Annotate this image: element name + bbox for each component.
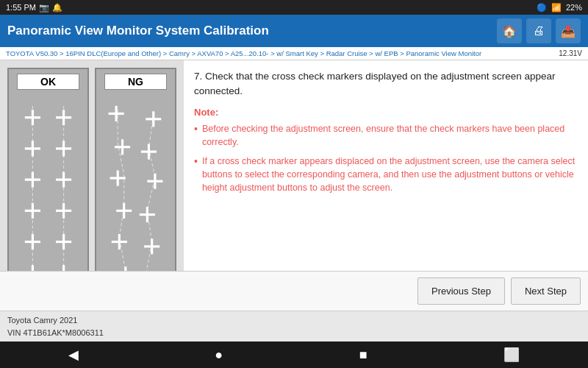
breadcrumb: TOYOTA V50.30 > 16PIN DLC(Europe and Oth…	[0, 47, 588, 60]
vehicle-model: Toyota Camry 2021	[7, 314, 581, 327]
note-label: Note:	[194, 107, 578, 118]
breadcrumb-version: 12.31V	[559, 49, 582, 57]
breadcrumb-text: TOYOTA V50.30 > 16PIN DLC(Europe and Oth…	[6, 49, 481, 57]
back-nav-button[interactable]: ◀	[54, 344, 93, 366]
bullet-icon-2: •	[194, 155, 198, 167]
note-item-1: • Before checking the adjustment screen,…	[194, 122, 578, 149]
info-bar: Toyota Camry 2021 VIN 4T1B61AK*M8006311	[0, 311, 588, 342]
app-header: Panoramic View Monitor System Calibratio…	[0, 15, 588, 47]
note-item-2: • If a cross check marker appears displa…	[194, 155, 578, 194]
app-title: Panoramic View Monitor System Calibratio…	[7, 24, 269, 38]
diagram-panel: OK	[0, 60, 184, 271]
ng-diagram: NG	[95, 68, 176, 271]
ok-label: OK	[17, 74, 80, 90]
header-icons: 🏠 🖨 📤	[497, 18, 581, 43]
next-step-button[interactable]: Next Step	[511, 277, 581, 305]
previous-step-button[interactable]: Previous Step	[417, 277, 505, 305]
status-bar-left: 1:55 PM 📷 🔔	[6, 3, 62, 13]
step-number: 7.	[194, 71, 202, 82]
main-content: OK	[0, 60, 588, 271]
ng-diagram-svg	[101, 94, 171, 271]
bluetooth-icon: 🔵	[537, 3, 547, 13]
status-bar-right: 🔵 📶 22%	[537, 3, 582, 13]
text-panel: 7. Check that the cross check markers di…	[184, 60, 588, 271]
notification-icon: 🔔	[52, 3, 62, 13]
ng-label: NG	[104, 74, 168, 90]
note-text-2: If a cross check marker appears displace…	[202, 155, 578, 194]
screen-nav-button[interactable]: ⬜	[489, 344, 534, 366]
time-display: 1:55 PM	[6, 3, 36, 12]
ok-diagram-svg	[13, 94, 83, 271]
camera-icon: 📷	[39, 3, 49, 13]
recents-nav-button[interactable]: ■	[345, 344, 382, 366]
home-button[interactable]: 🏠	[497, 18, 522, 43]
print-button[interactable]: 🖨	[526, 18, 551, 43]
home-nav-button[interactable]: ●	[200, 344, 237, 366]
wifi-icon: 📶	[551, 3, 562, 13]
status-bar: 1:55 PM 📷 🔔 🔵 📶 22%	[0, 0, 588, 15]
footer-nav: Previous Step Next Step	[0, 271, 588, 311]
note-text-1: Before checking the adjustment screen, e…	[202, 122, 578, 149]
step-title: 7. Check that the cross check markers di…	[194, 69, 578, 99]
vehicle-vin: VIN 4T1B61AK*M8006311	[7, 327, 581, 339]
bullet-icon-1: •	[194, 123, 198, 135]
battery-text: 22%	[566, 3, 582, 12]
export-button[interactable]: 📤	[556, 18, 581, 43]
bottom-nav-bar: ◀ ● ■ ⬜	[0, 342, 588, 368]
step-text: Check that the cross check markers displ…	[194, 71, 556, 96]
ok-diagram: OK	[7, 68, 89, 271]
